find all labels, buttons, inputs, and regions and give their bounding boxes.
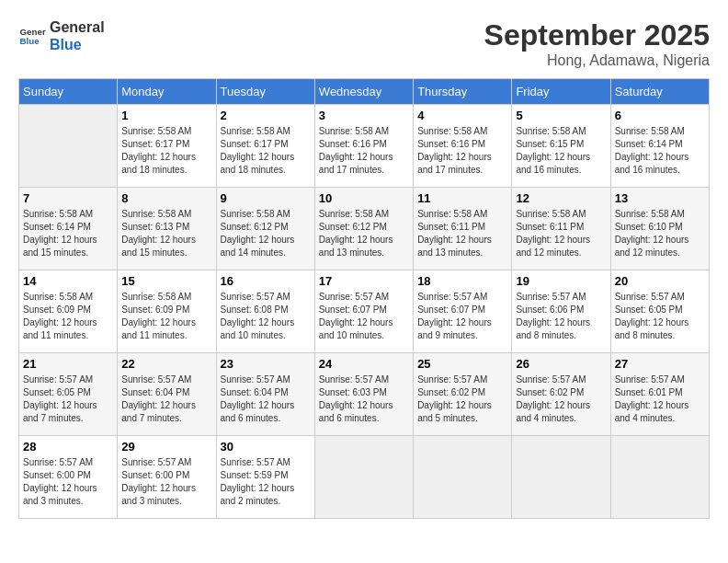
day-info: Sunrise: 5:57 AM Sunset: 6:02 PM Dayligh… (516, 373, 606, 425)
day-info: Sunrise: 5:57 AM Sunset: 6:04 PM Dayligh… (221, 373, 311, 425)
day-info: Sunrise: 5:57 AM Sunset: 5:59 PM Dayligh… (221, 456, 311, 508)
header-friday: Friday (512, 79, 610, 105)
day-cell: 9Sunrise: 5:58 AM Sunset: 6:12 PM Daylig… (216, 188, 314, 270)
day-info: Sunrise: 5:58 AM Sunset: 6:12 PM Dayligh… (221, 208, 311, 259)
day-number: 28 (23, 440, 113, 454)
day-cell: 4Sunrise: 5:58 AM Sunset: 6:16 PM Daylig… (414, 105, 512, 188)
day-number: 8 (121, 191, 211, 205)
day-info: Sunrise: 5:58 AM Sunset: 6:16 PM Dayligh… (417, 125, 507, 177)
day-info: Sunrise: 5:57 AM Sunset: 6:00 PM Dayligh… (121, 456, 211, 508)
day-cell: 22Sunrise: 5:57 AM Sunset: 6:04 PM Dayli… (118, 353, 216, 436)
day-cell: 14Sunrise: 5:58 AM Sunset: 6:09 PM Dayli… (19, 270, 118, 353)
title-area: September 2025 Hong, Adamawa, Nigeria (484, 18, 710, 69)
week-row-4: 21Sunrise: 5:57 AM Sunset: 6:05 PM Dayli… (19, 353, 710, 436)
day-info: Sunrise: 5:57 AM Sunset: 6:05 PM Dayligh… (615, 291, 705, 342)
day-number: 18 (417, 274, 507, 288)
day-cell: 8Sunrise: 5:58 AM Sunset: 6:13 PM Daylig… (118, 188, 216, 270)
day-cell (19, 105, 118, 188)
logo-text-blue: Blue (50, 36, 105, 53)
day-info: Sunrise: 5:57 AM Sunset: 6:04 PM Dayligh… (121, 373, 211, 425)
day-number: 21 (23, 357, 113, 371)
day-cell: 26Sunrise: 5:57 AM Sunset: 6:02 PM Dayli… (512, 353, 610, 436)
week-row-2: 7Sunrise: 5:58 AM Sunset: 6:14 PM Daylig… (19, 188, 710, 270)
day-cell: 23Sunrise: 5:57 AM Sunset: 6:04 PM Dayli… (216, 353, 314, 436)
logo: General Blue General Blue (18, 18, 105, 53)
day-cell: 3Sunrise: 5:58 AM Sunset: 6:16 PM Daylig… (314, 105, 413, 188)
day-number: 7 (23, 191, 113, 205)
day-number: 1 (121, 109, 211, 122)
day-info: Sunrise: 5:58 AM Sunset: 6:09 PM Dayligh… (121, 291, 211, 342)
logo-icon: General Blue (18, 22, 46, 50)
day-cell: 24Sunrise: 5:57 AM Sunset: 6:03 PM Dayli… (314, 353, 413, 436)
header-monday: Monday (118, 79, 216, 105)
day-cell: 12Sunrise: 5:58 AM Sunset: 6:11 PM Dayli… (512, 188, 610, 270)
day-info: Sunrise: 5:58 AM Sunset: 6:15 PM Dayligh… (516, 125, 606, 177)
day-cell: 25Sunrise: 5:57 AM Sunset: 6:02 PM Dayli… (414, 353, 512, 436)
day-info: Sunrise: 5:57 AM Sunset: 6:01 PM Dayligh… (615, 373, 705, 425)
day-number: 23 (221, 357, 311, 371)
day-cell (610, 436, 709, 519)
day-info: Sunrise: 5:58 AM Sunset: 6:17 PM Dayligh… (221, 125, 311, 177)
location: Hong, Adamawa, Nigeria (484, 52, 710, 69)
day-number: 15 (121, 274, 211, 288)
day-number: 5 (516, 109, 606, 122)
day-cell: 21Sunrise: 5:57 AM Sunset: 6:05 PM Dayli… (19, 353, 118, 436)
day-number: 6 (615, 109, 705, 122)
day-number: 2 (221, 109, 311, 122)
header-saturday: Saturday (610, 79, 709, 105)
day-cell: 20Sunrise: 5:57 AM Sunset: 6:05 PM Dayli… (610, 270, 709, 353)
day-cell: 11Sunrise: 5:58 AM Sunset: 6:11 PM Dayli… (414, 188, 512, 270)
day-info: Sunrise: 5:57 AM Sunset: 6:05 PM Dayligh… (23, 373, 113, 425)
day-number: 17 (319, 274, 409, 288)
day-info: Sunrise: 5:58 AM Sunset: 6:09 PM Dayligh… (23, 291, 113, 342)
day-info: Sunrise: 5:58 AM Sunset: 6:11 PM Dayligh… (417, 208, 507, 259)
day-number: 27 (615, 357, 705, 371)
day-info: Sunrise: 5:57 AM Sunset: 6:00 PM Dayligh… (23, 456, 113, 508)
day-number: 4 (417, 109, 507, 122)
day-info: Sunrise: 5:57 AM Sunset: 6:07 PM Dayligh… (417, 291, 507, 342)
day-cell: 7Sunrise: 5:58 AM Sunset: 6:14 PM Daylig… (19, 188, 118, 270)
day-cell (414, 436, 512, 519)
day-cell: 1Sunrise: 5:58 AM Sunset: 6:17 PM Daylig… (118, 105, 216, 188)
week-row-3: 14Sunrise: 5:58 AM Sunset: 6:09 PM Dayli… (19, 270, 710, 353)
day-number: 25 (417, 357, 507, 371)
day-cell: 27Sunrise: 5:57 AM Sunset: 6:01 PM Dayli… (610, 353, 709, 436)
day-info: Sunrise: 5:58 AM Sunset: 6:14 PM Dayligh… (23, 208, 113, 259)
calendar-header-row: SundayMondayTuesdayWednesdayThursdayFrid… (19, 79, 710, 105)
month-title: September 2025 (484, 18, 710, 52)
logo-text-general: General (50, 18, 105, 36)
day-number: 19 (516, 274, 606, 288)
day-info: Sunrise: 5:57 AM Sunset: 6:06 PM Dayligh… (516, 291, 606, 342)
day-info: Sunrise: 5:58 AM Sunset: 6:17 PM Dayligh… (121, 125, 211, 177)
day-info: Sunrise: 5:58 AM Sunset: 6:11 PM Dayligh… (516, 208, 606, 259)
day-cell: 18Sunrise: 5:57 AM Sunset: 6:07 PM Dayli… (414, 270, 512, 353)
day-number: 12 (516, 191, 606, 205)
day-cell (314, 436, 413, 519)
header-tuesday: Tuesday (216, 79, 314, 105)
header-wednesday: Wednesday (314, 79, 413, 105)
week-row-1: 1Sunrise: 5:58 AM Sunset: 6:17 PM Daylig… (19, 105, 710, 188)
day-info: Sunrise: 5:57 AM Sunset: 6:08 PM Dayligh… (221, 291, 311, 342)
page-header: General Blue General Blue September 2025… (18, 18, 710, 69)
day-cell: 5Sunrise: 5:58 AM Sunset: 6:15 PM Daylig… (512, 105, 610, 188)
day-number: 3 (319, 109, 409, 122)
day-cell: 30Sunrise: 5:57 AM Sunset: 5:59 PM Dayli… (216, 436, 314, 519)
svg-text:General: General (20, 27, 47, 37)
day-info: Sunrise: 5:58 AM Sunset: 6:16 PM Dayligh… (319, 125, 409, 177)
day-cell: 28Sunrise: 5:57 AM Sunset: 6:00 PM Dayli… (19, 436, 118, 519)
day-cell: 13Sunrise: 5:58 AM Sunset: 6:10 PM Dayli… (610, 188, 709, 270)
day-number: 14 (23, 274, 113, 288)
day-number: 29 (121, 440, 211, 454)
day-info: Sunrise: 5:57 AM Sunset: 6:02 PM Dayligh… (417, 373, 507, 425)
day-number: 26 (516, 357, 606, 371)
day-info: Sunrise: 5:58 AM Sunset: 6:13 PM Dayligh… (121, 208, 211, 259)
day-cell: 16Sunrise: 5:57 AM Sunset: 6:08 PM Dayli… (216, 270, 314, 353)
day-number: 22 (121, 357, 211, 371)
day-info: Sunrise: 5:58 AM Sunset: 6:12 PM Dayligh… (319, 208, 409, 259)
day-cell: 6Sunrise: 5:58 AM Sunset: 6:14 PM Daylig… (610, 105, 709, 188)
day-cell: 19Sunrise: 5:57 AM Sunset: 6:06 PM Dayli… (512, 270, 610, 353)
day-info: Sunrise: 5:57 AM Sunset: 6:07 PM Dayligh… (319, 291, 409, 342)
day-cell: 29Sunrise: 5:57 AM Sunset: 6:00 PM Dayli… (118, 436, 216, 519)
svg-text:Blue: Blue (20, 36, 40, 46)
calendar-table: SundayMondayTuesdayWednesdayThursdayFrid… (18, 78, 710, 519)
